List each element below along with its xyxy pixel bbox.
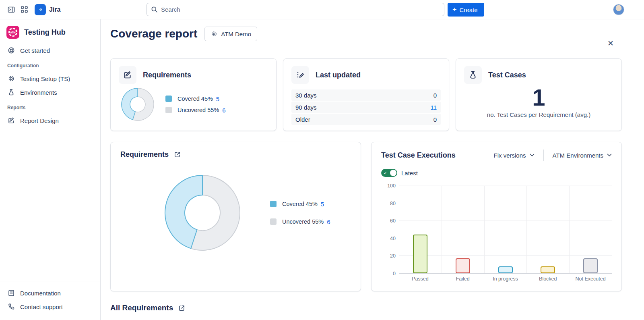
- bar-not-executed[interactable]: [583, 258, 598, 273]
- external-link-icon: [178, 304, 186, 312]
- y-tick-label: 60: [390, 218, 396, 224]
- toggle-knob: [390, 170, 396, 176]
- column-gridline: [526, 186, 527, 273]
- sidebar-item-get-started[interactable]: Get started: [5, 44, 95, 57]
- fix-versions-dropdown[interactable]: Fix versions: [485, 152, 543, 159]
- y-tick-label: 40: [390, 236, 396, 241]
- requirements-detail-card: Requirements Covered 45% 5: [110, 142, 361, 291]
- gear-icon: [7, 75, 15, 83]
- latest-toggle[interactable]: ✓: [381, 169, 397, 177]
- bar-passed[interactable]: [413, 235, 427, 273]
- y-axis: 020406080100: [381, 186, 399, 274]
- project-selector-button[interactable]: ATM Demo: [204, 27, 257, 41]
- test-case-executions-card: Test Case Executions Fix versions ATM En…: [371, 142, 622, 291]
- sidebar-section-configuration: Configuration: [5, 57, 95, 72]
- column-gridline: [399, 186, 399, 273]
- jira-logo-icon[interactable]: »: [35, 4, 46, 15]
- document-icon: [7, 289, 15, 297]
- chevron-down-icon: [607, 154, 612, 157]
- flask-icon: [464, 66, 482, 84]
- last-updated-row-older: Older 0: [291, 114, 441, 125]
- x-axis-label: In progress: [484, 276, 527, 282]
- y-tick-label: 80: [390, 201, 396, 206]
- sidebar: ATM Testing Hub Get started Configuratio…: [0, 19, 101, 320]
- list-edit-icon: [291, 66, 309, 84]
- card-title: Test Cases: [488, 71, 526, 79]
- x-axis-label: Passed: [399, 276, 442, 282]
- gridline: [399, 185, 612, 185]
- requirements-donut-chart[interactable]: [120, 87, 155, 122]
- search-input[interactable]: [161, 6, 440, 13]
- sidebar-item-contact-support[interactable]: Contact support: [5, 300, 95, 314]
- bar-in-progress[interactable]: [498, 266, 513, 273]
- last-updated-card: Last updated 30 days 0 90 days 11 Older …: [283, 58, 449, 131]
- column-gridline: [612, 186, 612, 273]
- card-title: Requirements: [143, 71, 191, 79]
- legend-uncovered: Uncovered 55% 6: [165, 107, 226, 114]
- card-title: Last updated: [316, 71, 361, 79]
- legend-covered: Covered 45% 5: [165, 96, 226, 102]
- phone-icon: [7, 303, 15, 311]
- sidebar-expand-icon: [7, 6, 15, 14]
- external-link-icon[interactable]: [173, 151, 181, 158]
- y-tick-label: 0: [393, 271, 396, 276]
- test-cases-value: 1: [464, 85, 613, 110]
- sidebar-item-documentation[interactable]: Documentation: [5, 286, 95, 300]
- flask-icon: [7, 88, 15, 96]
- bar-blocked[interactable]: [541, 266, 555, 273]
- x-axis-labels: PassedFailedIn progressBlockedNot Execut…: [399, 276, 612, 282]
- legend-divider: [270, 213, 334, 213]
- requirements-donut-chart-large[interactable]: [164, 174, 241, 251]
- check-icon: ✓: [384, 170, 387, 176]
- hub-title: Testing Hub: [24, 28, 66, 37]
- row-value-link[interactable]: 11: [430, 104, 437, 111]
- x-axis-label: Blocked: [526, 276, 569, 282]
- all-requirements-link[interactable]: All Requirements: [110, 303, 622, 312]
- card-title: Test Case Executions: [381, 151, 456, 160]
- y-tick-label: 20: [390, 253, 396, 259]
- hub-header: ATM Testing Hub: [5, 23, 95, 44]
- gridline: [399, 203, 612, 203]
- chevron-down-icon: [530, 154, 535, 157]
- gear-icon: [211, 30, 218, 37]
- sidebar-item-environments[interactable]: Environments: [5, 85, 95, 99]
- edit-icon: [119, 66, 136, 84]
- page-title: Coverage report: [110, 27, 197, 40]
- column-gridline: [569, 186, 570, 273]
- last-updated-row-30-days: 30 days 0: [291, 89, 441, 101]
- covered-count-link[interactable]: 5: [216, 96, 219, 102]
- edit-icon: [7, 116, 15, 125]
- bar-plot: [399, 186, 612, 274]
- test-cases-card: Test Cases 1 no. Test Cases per Requirem…: [456, 58, 622, 131]
- sidebar-toggle-button[interactable]: [5, 3, 18, 16]
- plus-icon: +: [452, 6, 457, 13]
- global-search[interactable]: [147, 3, 444, 16]
- covered-count-link[interactable]: 5: [321, 201, 324, 208]
- create-button[interactable]: + Create: [448, 3, 484, 17]
- x-axis-label: Not Executed: [569, 276, 612, 282]
- user-avatar[interactable]: [613, 4, 624, 15]
- main-content: ✕ Coverage report ATM Demo Requi: [101, 19, 644, 320]
- last-updated-row-90-days: 90 days 11: [291, 102, 441, 113]
- topbar: » Jira + Create: [0, 0, 644, 19]
- lifebuoy-icon: [7, 46, 15, 54]
- column-gridline: [484, 186, 485, 273]
- row-value: 0: [433, 116, 437, 123]
- bar-failed[interactable]: [456, 258, 470, 273]
- toggle-label: Latest: [401, 170, 418, 177]
- x-axis-label: Failed: [442, 276, 484, 282]
- sidebar-item-report-design[interactable]: Report Design: [5, 114, 95, 127]
- requirements-summary-card: Requirements Covered 45% 5 Uncovered 55%…: [110, 58, 277, 131]
- uncovered-count-link[interactable]: 6: [222, 107, 225, 114]
- app-name: Jira: [49, 6, 60, 13]
- gridline: [399, 220, 612, 220]
- sidebar-item-testing-setup[interactable]: Testing Setup (TS): [5, 72, 95, 85]
- atm-environments-dropdown[interactable]: ATM Environments: [544, 152, 612, 159]
- sidebar-footer: Documentation Contact support: [0, 281, 100, 320]
- search-icon: [151, 6, 158, 13]
- legend-covered: Covered 45% 5: [270, 201, 334, 208]
- close-icon[interactable]: ✕: [605, 37, 616, 49]
- gridline: [399, 255, 612, 256]
- uncovered-count-link[interactable]: 6: [327, 218, 330, 225]
- app-switcher-button[interactable]: [18, 3, 31, 16]
